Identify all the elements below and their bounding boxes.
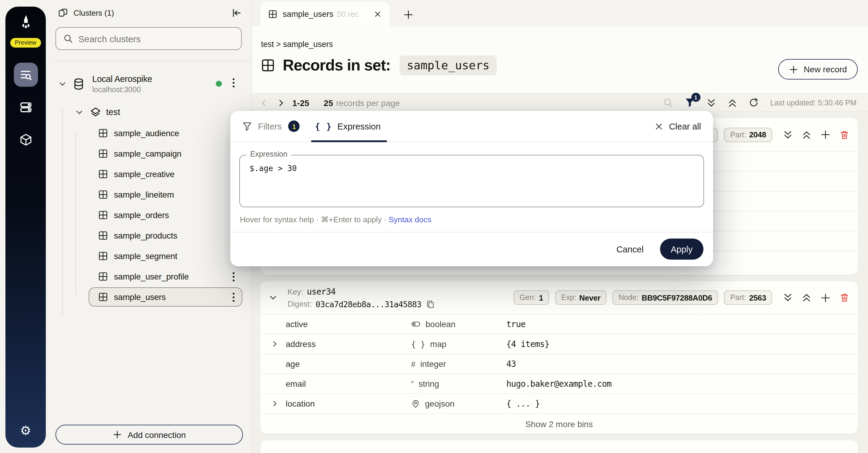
tree-item-set[interactable]: sample_orders <box>46 205 251 225</box>
expression-value: $.age > 30 <box>240 155 704 181</box>
tree-item-cluster[interactable]: Local Aerospike localhost:3000 <box>46 68 251 99</box>
set-menu-kebab-icon[interactable] <box>229 272 238 281</box>
set-label: sample_products <box>114 231 177 240</box>
tree-item-namespace[interactable]: test <box>46 101 251 123</box>
set-table-icon <box>98 190 108 199</box>
set-table-icon <box>98 128 108 138</box>
search-placeholder: Search clusters <box>79 33 141 44</box>
expiration-chip: Exp:Never <box>555 290 607 305</box>
bin-row[interactable]: address { } map {4 items} <box>260 334 858 354</box>
bin-type-label: geojson <box>425 399 455 409</box>
delete-record-icon[interactable] <box>840 130 849 139</box>
server-icon <box>19 101 32 114</box>
previous-page-icon[interactable] <box>260 98 268 107</box>
bin-row[interactable]: age # integer 43 <box>260 354 858 374</box>
expand-all-icon[interactable] <box>707 98 716 107</box>
expression-field-label: Expression <box>247 150 291 158</box>
set-label: sample_segment <box>114 251 177 261</box>
nav-browse-records-button[interactable] <box>13 63 38 87</box>
expand-record-icon[interactable] <box>783 293 793 302</box>
integer-hash-icon: # <box>411 359 415 368</box>
close-tab-icon[interactable] <box>374 10 381 18</box>
cluster-status-dot <box>216 81 222 87</box>
set-table-icon <box>98 231 108 240</box>
collapse-all-icon[interactable] <box>727 98 737 107</box>
copy-digest-icon[interactable] <box>426 300 435 308</box>
record-card <box>260 440 858 453</box>
tree-item-set[interactable]: sample_creative <box>46 164 251 184</box>
tab-sample-users[interactable]: sample_users 50 rec <box>260 2 390 27</box>
set-table-icon <box>261 58 275 72</box>
set-label: sample_user_profile <box>114 272 189 281</box>
nav-nodes-button[interactable] <box>13 95 38 119</box>
tree-item-set[interactable]: sample_lineitem <box>46 184 251 205</box>
bin-value: { ... } <box>506 399 540 409</box>
delete-record-icon[interactable] <box>840 293 849 302</box>
add-connection-button[interactable]: Add connection <box>56 425 243 445</box>
expression-textarea[interactable]: Expression $.age > 30 <box>239 155 704 207</box>
cluster-menu-kebab-icon[interactable] <box>229 78 238 87</box>
tree-item-set[interactable]: sample_products <box>46 225 251 246</box>
hint-text: Hover for syntax help · ⌘+Enter to apply… <box>240 215 386 224</box>
tab-expression[interactable]: { } Expression <box>315 121 381 131</box>
namespace-layers-icon <box>90 106 101 118</box>
search-records-icon[interactable] <box>663 98 673 108</box>
breadcrumb: test > sample_users <box>261 40 333 49</box>
expand-bin-chevron-icon[interactable] <box>271 400 278 407</box>
add-bin-icon[interactable] <box>820 130 831 140</box>
add-bin-icon[interactable] <box>820 292 831 303</box>
record-expand-chevron-icon[interactable] <box>269 293 277 302</box>
list-search-icon <box>19 68 32 81</box>
tree-item-set[interactable]: sample_campaign <box>46 143 251 164</box>
nav-udf-button[interactable] <box>13 128 38 152</box>
bin-type-label: boolean <box>426 319 456 329</box>
cluster-tree: Local Aerospike localhost:3000 test <box>46 68 251 307</box>
bin-name: address <box>260 339 411 349</box>
bin-type-label: string <box>418 379 439 389</box>
tree-item-set[interactable]: sample_segment <box>46 246 251 266</box>
page-range: 1-25 <box>292 98 309 107</box>
record-card: Key: user34 Digest: 03ca7d28eb8a...31a45… <box>260 281 858 434</box>
set-label: sample_creative <box>114 169 175 179</box>
page-title: Records in set: <box>283 56 391 75</box>
bin-value: hugo.baker@example.com <box>506 379 612 389</box>
new-record-button[interactable]: New record <box>778 59 858 79</box>
new-tab-icon[interactable] <box>403 10 413 20</box>
collapse-sidebar-icon[interactable] <box>231 8 242 18</box>
page-size-value[interactable]: 25 <box>324 98 333 107</box>
settings-gear-icon[interactable]: ⚙ <box>20 424 31 437</box>
syntax-docs-link[interactable]: Syntax docs <box>389 215 432 224</box>
bin-row[interactable]: email ” string hugo.baker@example.com <box>260 374 858 393</box>
next-page-icon[interactable] <box>277 98 285 107</box>
key-label: Key: <box>287 287 303 296</box>
sidebar-title: Clusters (1) <box>73 8 114 18</box>
filter-button[interactable]: 1 <box>685 98 695 108</box>
expand-bin-chevron-icon[interactable] <box>271 341 278 348</box>
record-digest: 03ca7d28eb8a...31a45883 <box>315 299 421 309</box>
new-record-label: New record <box>804 64 847 74</box>
tab-filters[interactable]: Filters 1 <box>242 121 300 132</box>
search-clusters-input[interactable]: Search clusters <box>56 27 242 50</box>
tab-title: sample_users <box>283 10 333 19</box>
clear-all-button[interactable]: Clear all <box>655 121 701 131</box>
tree-item-set[interactable]: sample_audience <box>46 123 251 143</box>
cancel-button[interactable]: Cancel <box>616 244 644 254</box>
collapse-record-icon[interactable] <box>802 293 811 302</box>
apply-button[interactable]: Apply <box>660 238 704 260</box>
divider <box>53 61 251 61</box>
bin-row[interactable]: location geojson { ... } <box>260 393 858 413</box>
set-menu-kebab-icon[interactable] <box>229 293 238 302</box>
expression-tab-label: Expression <box>338 121 381 131</box>
bin-row[interactable]: active boolean true <box>260 314 858 334</box>
set-label: sample_orders <box>114 210 169 220</box>
tree-item-set[interactable]: sample_user_profile <box>46 266 251 287</box>
filters-count-badge: 1 <box>288 121 300 132</box>
expand-record-icon[interactable] <box>783 130 793 139</box>
records-toolbar: 1-25 25 records per page 1 <box>252 93 868 112</box>
refresh-icon[interactable] <box>749 98 759 108</box>
show-more-bins-button[interactable]: Show 2 more bins <box>260 413 858 434</box>
bin-name: email <box>260 379 411 389</box>
tree-item-set-selected[interactable]: sample_users <box>46 287 251 307</box>
collapse-record-icon[interactable] <box>802 130 811 139</box>
partition-chip: Part:2563 <box>724 290 772 305</box>
